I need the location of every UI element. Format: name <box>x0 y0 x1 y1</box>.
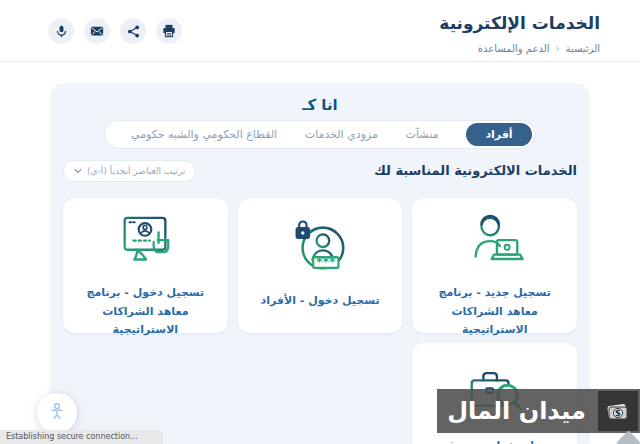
header-action-buttons <box>48 18 182 44</box>
share-icon <box>127 25 140 38</box>
password-mask-text: *** <box>316 254 336 269</box>
tab-individuals[interactable]: أفراد <box>466 123 532 146</box>
accessibility-floating-button[interactable] <box>37 393 77 433</box>
card-login-individuals[interactable]: *** تسجيل دخول - الأفراد <box>238 198 403 333</box>
money-stack-icon: $ <box>598 391 638 431</box>
sort-dropdown-button[interactable]: ترتيب العناصر أبجدياً (أ-ي) <box>63 160 196 182</box>
browser-status-bar: Establishing secure connection... <box>0 430 163 444</box>
print-icon <box>162 24 176 38</box>
watermark-text: ميدان المال <box>437 397 596 425</box>
card-label: تسجيل دخول - برنامج معاهد الشراكات الاست… <box>63 284 228 340</box>
status-text: Establishing secure connection... <box>6 432 138 441</box>
breadcrumb-home-link[interactable]: الرئيسية <box>566 43 600 54</box>
card-label: تسجيل دخول - الأفراد <box>248 292 391 311</box>
email-icon <box>90 24 104 38</box>
chevron-down-icon <box>74 166 82 176</box>
section-row: الخدمات الالكترونية المناسبة لك ترتيب ال… <box>63 160 577 184</box>
breadcrumb-separator-icon: ‹ <box>556 43 560 54</box>
tab-government-sector[interactable]: القطاع الحكومي والشبه حكومي <box>131 128 277 141</box>
agent-laptop-icon <box>464 212 526 274</box>
section-title: الخدمات الالكترونية المناسبة لك <box>374 163 577 178</box>
print-button[interactable] <box>156 18 182 44</box>
page-title: الخدمات الإلكترونية <box>439 13 600 33</box>
sort-dropdown-label: ترتيب العناصر أبجدياً (أ-ي) <box>87 166 185 176</box>
microphone-icon <box>55 25 68 38</box>
page-header: الخدمات الإلكترونية الرئيسية ‹ الدعم وال… <box>0 0 640 62</box>
card-login-partnership[interactable]: تسجيل دخول - برنامج معاهد الشراكات الاست… <box>63 198 228 333</box>
panel-heading: انا كـ <box>50 96 590 114</box>
email-button[interactable] <box>84 18 110 44</box>
card-label: تسجيل جديد - برنامج معاهد الشراكات الاست… <box>412 284 577 340</box>
tab-establishments[interactable]: منشآت <box>406 128 439 141</box>
user-lock-icon: *** <box>289 212 351 282</box>
card-label: تسجيل دخول - مستفيدي اعانة البحث عن <box>412 437 577 444</box>
breadcrumb: الرئيسية ‹ الدعم والمساعدة <box>478 43 600 54</box>
share-button[interactable] <box>120 18 146 44</box>
breadcrumb-current: الدعم والمساعدة <box>478 43 550 54</box>
watermark-banner: $ ميدان المال <box>437 389 640 433</box>
microphone-button[interactable] <box>48 18 74 44</box>
accessibility-icon <box>48 402 66 424</box>
monitor-login-icon <box>114 212 176 274</box>
tab-service-providers[interactable]: مزودي الخدمات <box>305 128 378 141</box>
card-new-registration-partnership[interactable]: تسجيل جديد - برنامج معاهد الشراكات الاست… <box>412 198 577 333</box>
currency-symbol: $ <box>615 408 621 418</box>
audience-tabbar: أفراد منشآت مزودي الخدمات القطاع الحكومي… <box>104 120 536 149</box>
